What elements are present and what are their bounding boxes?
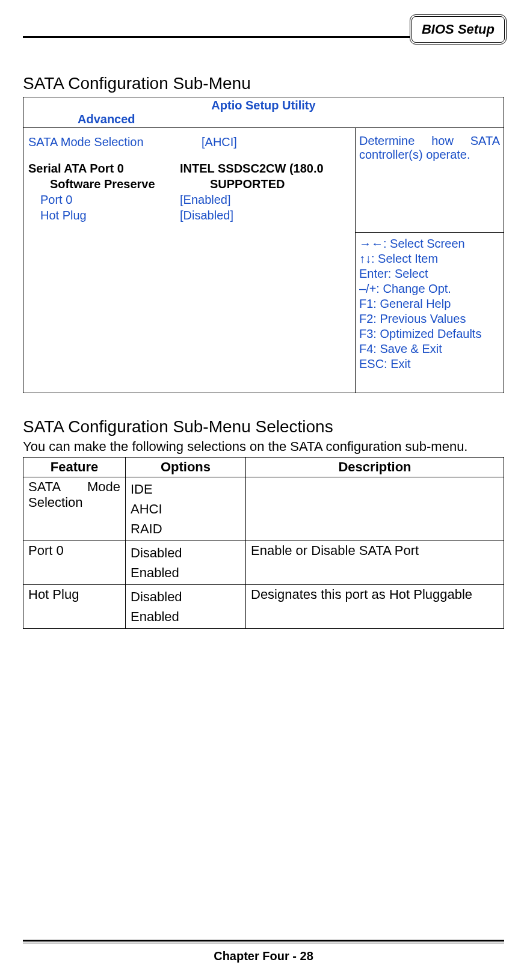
key-help-f2: F2: Previous Values [359,311,500,326]
key-help-select-screen: →←: Select Screen [359,236,500,251]
th-description: Description [246,458,504,477]
bios-key-help: →←: Select Screen ↑↓: Select Item Enter:… [356,233,504,393]
key-help-esc: ESC: Exit [359,357,500,372]
section-title-selections: SATA Configuration Sub-Menu Selections [23,417,504,436]
table-row: SATA Mode Selection IDE AHCI RAID [23,477,504,541]
bios-tab-row: Advanced [23,112,504,128]
option-text: Disabled [131,587,241,607]
description-text: Designates this port as Hot Pluggable [251,587,499,602]
serial-ata-port0-value: INTEL SSDSC2CW (180.0 [180,161,350,176]
key-help-f4: F4: Save & Exit [359,341,500,357]
footer-rule [23,940,504,943]
serial-ata-port0-label: Serial ATA Port 0 [28,161,180,176]
option-text: Enabled [131,563,241,583]
cell-feature: Port 0 [23,541,126,585]
hot-plug-row[interactable]: Hot Plug [Disabled] [28,207,350,223]
port0-value: [Enabled] [180,192,350,207]
software-preserve-label: Software Preserve [28,176,180,192]
bios-utility-title: Aptio Setup Utility [23,97,504,112]
bios-setup-badge: BIOS Setup [410,14,507,44]
sata-mode-label: SATA Mode Selection [28,134,180,150]
key-help-change-opt: –/+: Change Opt. [359,281,500,296]
option-text: Enabled [131,607,241,626]
cell-feature: SATA Mode Selection [23,477,126,541]
bios-help-panel: Determine how SATA controller(s) operate… [356,128,504,393]
cell-options: Disabled Enabled [126,585,246,629]
bios-settings-panel: SATA Mode Selection [AHCI] Serial ATA Po… [23,128,356,393]
port0-label: Port 0 [28,192,180,207]
th-options: Options [126,458,246,477]
bios-help-description: Determine how SATA controller(s) operate… [356,128,504,233]
hot-plug-value: [Disabled] [180,207,350,223]
option-text: RAID [131,519,241,539]
cell-options: Disabled Enabled [126,541,246,585]
option-text: Disabled [131,543,241,563]
bios-tab-advanced[interactable]: Advanced [78,112,135,127]
sata-mode-selection-row[interactable]: SATA Mode Selection [AHCI] [28,134,350,150]
software-preserve-value: SUPPORTED [180,176,350,192]
cell-description: Designates this port as Hot Pluggable [246,585,504,629]
cell-description: Enable or Disable SATA Port [246,541,504,585]
key-help-enter: Enter: Select [359,266,500,281]
key-help-f1: F1: General Help [359,296,500,311]
bios-utility-box: Aptio Setup Utility Advanced SATA Mode S… [23,97,504,393]
th-feature: Feature [23,458,126,477]
page-content: SATA Configuration Sub-Menu Aptio Setup … [23,38,504,629]
key-help-select-item: ↑↓: Select Item [359,251,500,266]
section-title-sata-config: SATA Configuration Sub-Menu [23,74,504,93]
page-footer: Chapter Four - 28 [23,940,504,963]
selections-table: Feature Options Description SATA Mode Se… [23,457,504,629]
table-header-row: Feature Options Description [23,458,504,477]
cell-description [246,477,504,541]
cell-options: IDE AHCI RAID [126,477,246,541]
bios-body: SATA Mode Selection [AHCI] Serial ATA Po… [23,128,504,393]
header-rule: BIOS Setup [23,36,504,38]
port0-row[interactable]: Port 0 [Enabled] [28,192,350,207]
sata-mode-value: [AHCI] [180,134,350,150]
table-row: Port 0 Disabled Enabled Enable or Disabl… [23,541,504,585]
software-preserve-row: Software Preserve SUPPORTED [28,176,350,192]
option-text: AHCI [131,499,241,519]
hot-plug-label: Hot Plug [28,207,180,223]
cell-feature: Hot Plug [23,585,126,629]
key-help-f3: F3: Optimized Defaults [359,326,500,341]
option-text: IDE [131,479,241,499]
feature-text: SATA Mode Selection [28,479,120,510]
table-row: Hot Plug Disabled Enabled Designates thi… [23,585,504,629]
selections-intro-text: You can make the following selections on… [23,439,504,455]
serial-ata-port0-header: Serial ATA Port 0 INTEL SSDSC2CW (180.0 [28,161,350,176]
footer-text: Chapter Four - 28 [23,949,504,963]
